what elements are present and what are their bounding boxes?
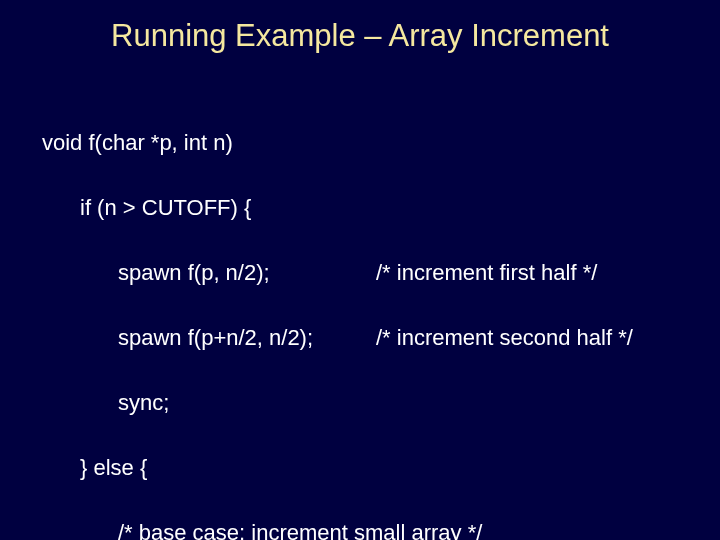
slide: Running Example – Array Increment void f… [0,0,720,540]
code-line-6: } else { [42,452,720,485]
code-comment: /* base case: increment small array */ [42,517,482,540]
code-comment: /* increment first half */ [376,257,597,290]
code-block: void f(char *p, int n) if (n > CUTOFF) {… [0,54,720,540]
code-comment: /* increment second half */ [376,322,633,355]
code-line-5: sync; [42,387,720,420]
code-text: sync; [42,387,169,420]
code-text: if (n > CUTOFF) { [42,192,251,225]
code-line-3: spawn f(p, n/2);/* increment first half … [42,257,720,290]
code-line-4: spawn f(p+n/2, n/2);/* increment second … [42,322,720,355]
code-line-1: void f(char *p, int n) [42,127,720,160]
code-call: spawn f(p, n/2); [118,257,376,290]
code-text: } else { [42,452,147,485]
code-call: spawn f(p+n/2, n/2); [118,322,376,355]
code-line-7: /* base case: increment small array */ [42,517,720,540]
code-line-2: if (n > CUTOFF) { [42,192,720,225]
slide-title: Running Example – Array Increment [0,0,720,54]
